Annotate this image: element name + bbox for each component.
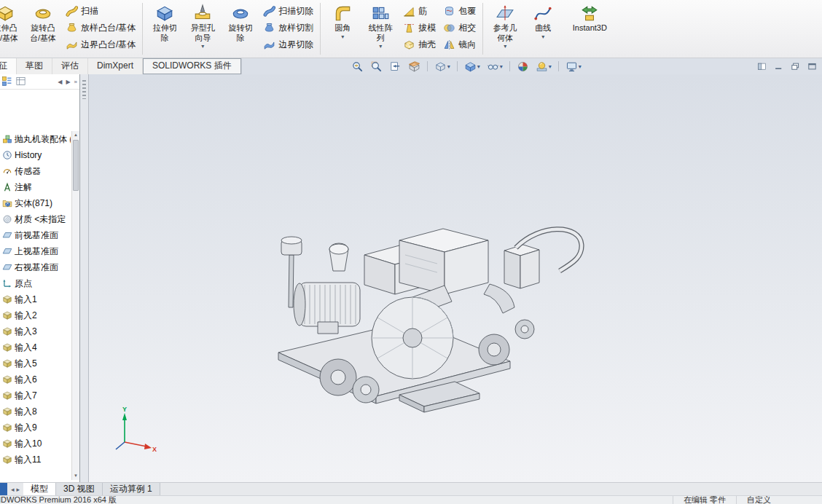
tree-item[interactable]: 输入7 xyxy=(0,387,71,403)
tree-item[interactable]: 输入5 xyxy=(0,355,71,371)
extrude-boss-button[interactable]: 拉伸凸台/基体 xyxy=(0,1,24,43)
tree-item-label: 材质 <未指定 xyxy=(15,213,66,226)
tab-features[interactable]: 特征 xyxy=(0,58,17,74)
previous-view-button[interactable] xyxy=(389,60,402,73)
tab-scroll-right-icon[interactable]: ▸ xyxy=(17,486,20,493)
splitter-grip-icon[interactable] xyxy=(82,80,86,99)
loft-boss-button[interactable]: 放样凸台/基体 xyxy=(62,20,139,36)
tab-dimxpert[interactable]: DimXpert xyxy=(88,58,143,74)
tree-item[interactable]: 输入2 xyxy=(0,307,71,323)
dropdown-arrow-icon[interactable]: ▾ xyxy=(379,43,382,50)
lofted-cut-button[interactable]: 放样切割 xyxy=(259,20,317,36)
edit-appearance-button[interactable] xyxy=(517,60,529,73)
sensors-icon xyxy=(2,166,12,176)
display-style-button[interactable]: ▾ xyxy=(464,60,480,73)
linear-pattern-icon xyxy=(371,3,390,23)
dropdown-arrow-icon[interactable]: ▾ xyxy=(504,43,506,50)
curves-button[interactable]: 曲线▾ xyxy=(524,1,562,40)
tree-item[interactable]: 注解 xyxy=(0,179,71,195)
tree-item[interactable]: 实体(871) xyxy=(0,195,71,211)
split-pane-button[interactable] xyxy=(756,61,767,72)
tree-item[interactable]: 输入4 xyxy=(0,339,71,355)
view-orientation-button[interactable]: ▾ xyxy=(434,60,450,73)
prev-pane-arrow-icon[interactable]: ◀ xyxy=(57,79,63,85)
tab-solidworks-add-ins[interactable]: SOLIDWORKS 插件 xyxy=(143,58,241,74)
tree-item[interactable]: 抛丸机装配体 (集 xyxy=(0,131,71,147)
apply-scene-button[interactable]: ▾ xyxy=(536,60,552,73)
extruded-cut-button[interactable]: 拉伸切除 xyxy=(146,1,184,43)
dropdown-arrow-icon[interactable]: ▾ xyxy=(477,63,480,70)
tree-item[interactable]: 输入3 xyxy=(0,323,71,339)
draft-button[interactable]: 拔模 xyxy=(399,20,439,36)
dropdown-arrow-icon[interactable]: ▾ xyxy=(579,63,582,70)
fullscreen-button[interactable] xyxy=(807,61,818,72)
scroll-down-button[interactable]: ▼ xyxy=(72,472,79,480)
tree-item[interactable]: 输入9 xyxy=(0,420,71,436)
resources-corner[interactable] xyxy=(0,483,7,495)
reference-geometry-icon xyxy=(496,3,514,23)
swept-cut-button[interactable]: 扫描切除 xyxy=(259,4,317,19)
tree-item[interactable]: 输入8 xyxy=(0,403,71,420)
rib-button[interactable]: 筋 xyxy=(399,4,439,19)
view-settings-button[interactable]: ▾ xyxy=(565,60,582,73)
scroll-up-button[interactable]: ▲ xyxy=(72,131,79,139)
section-view-button[interactable] xyxy=(408,60,420,73)
revolved-cut-button[interactable]: 旋转切除 xyxy=(222,1,259,43)
tree-item[interactable]: 输入10 xyxy=(0,436,71,452)
doc-tab-3d-views[interactable]: 3D 视图 xyxy=(56,483,103,495)
hole-wizard-button[interactable]: 异型孔向导▾ xyxy=(184,1,222,50)
dropdown-arrow-icon[interactable]: ▾ xyxy=(500,63,503,70)
doc-tab-model[interactable]: 模型 xyxy=(23,483,56,495)
next-pane-arrow-icon[interactable]: ▶ xyxy=(65,79,71,85)
tree-item[interactable]: 输入11 xyxy=(0,452,71,468)
tree-item[interactable]: 输入1 xyxy=(0,291,71,307)
minimize-window-button[interactable] xyxy=(773,61,784,72)
doc-tab-motion-study-1[interactable]: 运动算例 1 xyxy=(103,483,160,495)
tree-item[interactable]: 传感器 xyxy=(0,163,71,179)
panel-splitter[interactable] xyxy=(80,74,89,482)
dropdown-arrow-icon[interactable]: ▾ xyxy=(549,63,552,70)
expand-pane-arrow-icon[interactable]: » xyxy=(74,79,78,85)
tab-evaluate[interactable]: 评估 xyxy=(52,58,88,74)
reference-geometry-button[interactable]: 参考几何体▾ xyxy=(486,1,524,50)
dropdown-arrow-icon[interactable]: ▾ xyxy=(201,43,204,50)
tree-item[interactable]: 前视基准面 xyxy=(0,227,71,243)
zoom-area-button[interactable] xyxy=(370,60,383,73)
hide-show-items-button[interactable]: ▾ xyxy=(487,60,503,73)
boundary-boss-button[interactable]: 边界凸台/基体 xyxy=(62,37,139,52)
tree-item-label: 原点 xyxy=(15,277,32,290)
shot-blasting-machine-model[interactable] xyxy=(257,213,665,438)
mirror-button[interactable]: 镜向 xyxy=(439,37,480,52)
document-tabs: 模型3D 视图运动算例 1 xyxy=(23,483,160,495)
restore-window-button[interactable] xyxy=(790,61,801,72)
sweep-boss-button[interactable]: 扫描 xyxy=(62,4,139,19)
instant3d-button[interactable]: Instant3D xyxy=(562,1,617,34)
tree-item[interactable]: 上视基准面 xyxy=(0,243,71,259)
tree-item[interactable]: 输入6 xyxy=(0,371,71,387)
revolve-boss-button[interactable]: 旋转凸台/基体 xyxy=(24,1,62,43)
shell-button[interactable]: 抽壳 xyxy=(399,37,439,52)
tree-item[interactable]: 原点 xyxy=(0,275,71,291)
graphics-area[interactable]: Y X xyxy=(89,74,822,482)
dropdown-arrow-icon[interactable]: ▾ xyxy=(541,34,544,40)
tree-item[interactable]: 右视基准面 xyxy=(0,259,71,275)
intersect-button[interactable]: 相交 xyxy=(439,20,480,36)
tab-scroll-left-icon[interactable]: ◂ xyxy=(11,486,15,493)
tab-sketch[interactable]: 草图 xyxy=(17,58,52,74)
boundary-cut-button[interactable]: 边界切除 xyxy=(259,37,317,52)
tree-scrollbar[interactable]: ▲ ▼ xyxy=(71,131,79,480)
linear-pattern-button[interactable]: 线性阵列▾ xyxy=(361,1,399,50)
tree-item[interactable]: History xyxy=(0,147,71,163)
tree-item[interactable]: 材质 <未指定 xyxy=(0,211,71,227)
tree-item-label: 右视基准面 xyxy=(15,261,58,274)
scrollbar-thumb[interactable] xyxy=(73,140,79,191)
featuremanager-tree-icon[interactable] xyxy=(1,76,13,87)
dropdown-arrow-icon[interactable]: ▾ xyxy=(341,34,344,40)
customize-status-item[interactable]: 自定义 xyxy=(736,495,781,504)
dropdown-arrow-icon[interactable]: ▾ xyxy=(447,63,450,70)
wrap-button[interactable]: 包覆 xyxy=(439,4,480,19)
fillet-button[interactable]: 圆角▾ xyxy=(324,1,361,40)
display-pane-icon[interactable] xyxy=(15,76,27,87)
zoom-fit-button[interactable] xyxy=(351,60,364,73)
tree-item-label: 输入7 xyxy=(15,390,37,402)
